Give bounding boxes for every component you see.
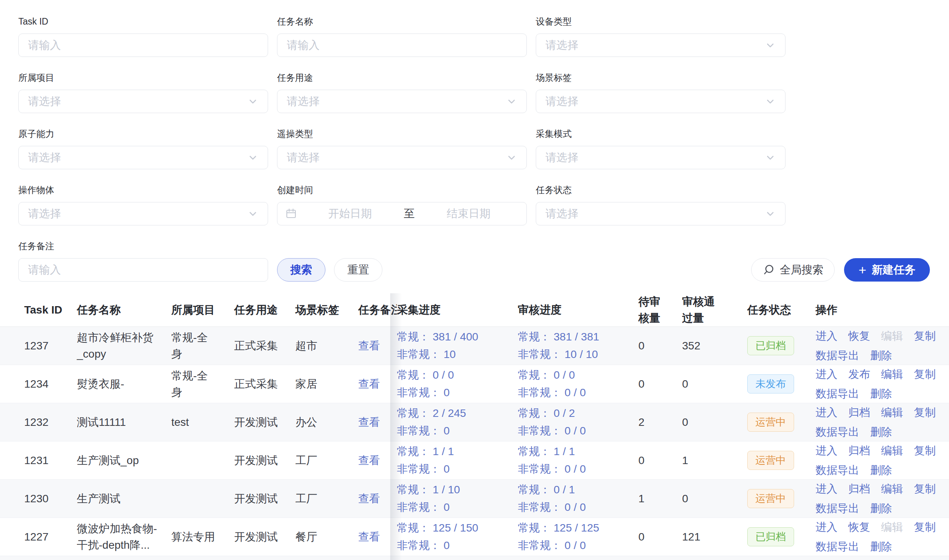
end-date-placeholder: 结束日期 xyxy=(419,206,519,221)
enter-action[interactable]: 进入 xyxy=(816,328,837,344)
restore-action[interactable]: 恢复 xyxy=(848,328,870,344)
purpose-select[interactable]: 请选择 xyxy=(277,90,527,113)
filter-field-teleop-type: 遥操类型 请选择 xyxy=(277,127,527,169)
archive-action[interactable]: 归档 xyxy=(848,404,870,421)
reset-button[interactable]: 重置 xyxy=(334,258,382,282)
edit-action[interactable]: 编辑 xyxy=(881,443,903,459)
field-label: 场景标签 xyxy=(536,71,786,84)
cell-pending-count: 0 xyxy=(638,452,682,469)
atomic-ability-select[interactable]: 请选择 xyxy=(18,146,268,169)
device-type-select[interactable]: 请选择 xyxy=(536,34,786,57)
delete-action[interactable]: 删除 xyxy=(870,500,892,517)
archive-action[interactable]: 归档 xyxy=(848,443,870,459)
task-id-input[interactable] xyxy=(18,34,268,57)
cell-scene: 工厂 xyxy=(295,452,358,469)
edit-action[interactable]: 编辑 xyxy=(881,404,903,421)
copy-action[interactable]: 复制 xyxy=(914,443,936,459)
global-search-button[interactable]: 全局搜索 xyxy=(751,258,835,282)
cell-purpose: 开发测试 xyxy=(234,529,295,545)
select-placeholder: 请选择 xyxy=(546,150,765,165)
filter-field-scene-tag: 场景标签 请选择 xyxy=(536,71,786,113)
enter-action[interactable]: 进入 xyxy=(816,519,837,535)
select-placeholder: 请选择 xyxy=(287,94,506,109)
filter-area: Task ID 任务名称 设备类型 请选择 所属项目 请选择 任务用途 请选择 xyxy=(0,0,949,282)
task-note-input[interactable] xyxy=(18,258,268,282)
table-header-row: Task ID 任务名称 所属项目 任务用途 场景标签 任务备注 采集进度 审核… xyxy=(0,293,949,327)
cell-approved-count: 352 xyxy=(682,338,747,354)
enter-action[interactable]: 进入 xyxy=(816,481,837,497)
cell-task-name: 测试11111 xyxy=(77,414,171,431)
note-view-link[interactable]: 查看 xyxy=(358,452,397,469)
field-label: 遥操类型 xyxy=(277,127,527,140)
note-view-link[interactable]: 查看 xyxy=(358,491,397,507)
cell-actions: 进入 恢复 编辑 复制 数据导出 删除 xyxy=(816,519,949,555)
delete-action[interactable]: 删除 xyxy=(870,539,892,555)
scene-tag-select[interactable]: 请选择 xyxy=(536,90,786,113)
create-time-range[interactable]: 开始日期 至 结束日期 xyxy=(277,202,527,225)
cell-status: 运营中 xyxy=(747,489,816,508)
task-status-select[interactable]: 请选择 xyxy=(536,202,786,225)
copy-action[interactable]: 复制 xyxy=(914,519,936,535)
note-view-link[interactable]: 查看 xyxy=(358,529,397,545)
copy-action[interactable]: 复制 xyxy=(914,481,936,497)
actions-list: 进入 归档 编辑 复制 数据导出 删除 xyxy=(816,481,937,517)
delete-action[interactable]: 删除 xyxy=(870,462,892,478)
enter-action[interactable]: 进入 xyxy=(816,404,837,421)
enter-action[interactable]: 进入 xyxy=(816,443,837,459)
delete-action[interactable]: 删除 xyxy=(870,386,892,402)
delete-action[interactable]: 删除 xyxy=(870,424,892,440)
cell-actions: 进入 发布 编辑 复制 数据导出 删除 xyxy=(816,366,949,402)
header-task-id: Task ID xyxy=(0,302,77,318)
copy-action[interactable]: 复制 xyxy=(914,404,936,421)
cell-approved-count: 0 xyxy=(682,491,747,507)
copy-action[interactable]: 复制 xyxy=(914,328,936,344)
cell-task-name: 微波炉加热食物-干扰-depth降... xyxy=(77,521,171,553)
edit-action[interactable]: 编辑 xyxy=(881,481,903,497)
note-view-link[interactable]: 查看 xyxy=(358,376,397,392)
project-select[interactable]: 请选择 xyxy=(18,90,268,113)
chevron-down-icon xyxy=(247,152,258,163)
chevron-down-icon xyxy=(765,40,776,51)
header-project: 所属项目 xyxy=(171,302,234,318)
edit-action[interactable]: 编辑 xyxy=(881,366,903,383)
archive-action[interactable]: 归档 xyxy=(848,481,870,497)
search-button[interactable]: 搜索 xyxy=(277,258,325,282)
task-name-input[interactable] xyxy=(277,34,527,57)
operate-object-select[interactable]: 请选择 xyxy=(18,202,268,225)
cell-task-name: 生产测试 xyxy=(77,491,171,507)
status-badge: 未发布 xyxy=(747,374,794,393)
teleop-type-select[interactable]: 请选择 xyxy=(277,146,527,169)
export-action[interactable]: 数据导出 xyxy=(816,424,859,440)
restore-action[interactable]: 恢复 xyxy=(848,519,870,535)
header-scene: 场景标签 xyxy=(295,302,358,318)
publish-action[interactable]: 发布 xyxy=(848,366,870,383)
cell-actions: 进入 归档 编辑 复制 数据导出 删除 xyxy=(816,481,949,517)
export-action[interactable]: 数据导出 xyxy=(816,539,859,555)
export-action[interactable]: 数据导出 xyxy=(816,462,859,478)
export-action[interactable]: 数据导出 xyxy=(816,386,859,402)
start-date-placeholder: 开始日期 xyxy=(300,206,400,221)
filter-field-purpose: 任务用途 请选择 xyxy=(277,71,527,113)
export-action[interactable]: 数据导出 xyxy=(816,347,859,364)
task-table: Task ID 任务名称 所属项目 任务用途 场景标签 任务备注 采集进度 审核… xyxy=(0,293,949,560)
collect-mode-select[interactable]: 请选择 xyxy=(536,146,786,169)
delete-action[interactable]: 删除 xyxy=(870,347,892,364)
note-view-link[interactable]: 查看 xyxy=(358,338,397,354)
cell-pending-count: 1 xyxy=(638,491,682,507)
copy-action[interactable]: 复制 xyxy=(914,366,936,383)
select-placeholder: 请选择 xyxy=(546,38,765,53)
status-badge: 已归档 xyxy=(747,336,794,355)
global-search-label: 全局搜索 xyxy=(780,262,823,277)
enter-action[interactable]: 进入 xyxy=(816,366,837,383)
note-view-link[interactable]: 查看 xyxy=(358,414,397,431)
cell-project: 常规-全身 xyxy=(171,368,234,401)
header-note: 任务备注 xyxy=(358,302,397,318)
field-label: 任务备注 xyxy=(18,239,268,253)
export-action[interactable]: 数据导出 xyxy=(816,500,859,517)
actions-list: 进入 发布 编辑 复制 数据导出 删除 xyxy=(816,366,937,402)
cell-pending-count: 0 xyxy=(638,376,682,392)
field-label: 创建时间 xyxy=(277,183,527,197)
new-task-button[interactable]: + 新建任务 xyxy=(844,258,930,282)
cell-review-progress: 常规： 0 / 0非常规： 0 / 0 xyxy=(518,367,638,402)
chevron-down-icon xyxy=(506,96,517,107)
